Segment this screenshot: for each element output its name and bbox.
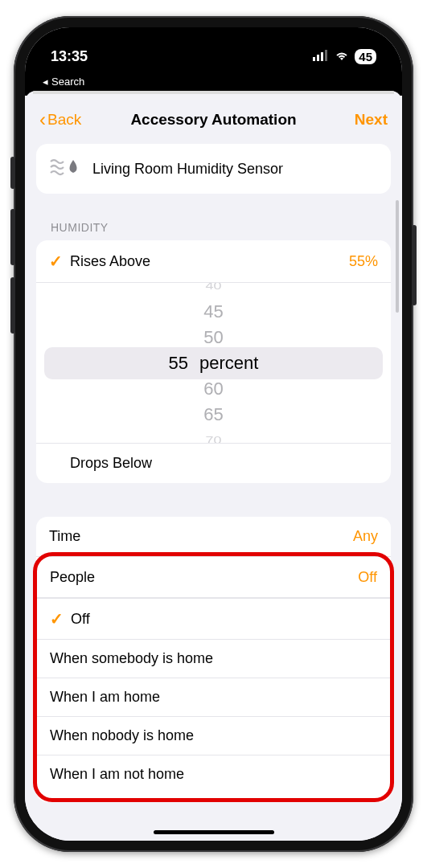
people-option-i-not-home[interactable]: When I am not home (37, 755, 390, 793)
battery-icon: 45 (355, 49, 376, 64)
time-row[interactable]: Time Any (36, 517, 391, 557)
picker-option: 70 (205, 431, 221, 444)
sensor-name: Living Room Humidity Sensor (92, 161, 283, 178)
picker-option: 45 (203, 299, 223, 325)
wifi-icon (334, 48, 350, 65)
people-option-label: When I am home (50, 689, 160, 706)
rises-above-label: Rises Above (70, 253, 349, 270)
checkmark-icon: ✓ (50, 609, 71, 628)
chevron-left-icon: ‹ (39, 108, 46, 131)
svg-rect-1 (317, 55, 319, 61)
picker-option: 60 (203, 376, 223, 402)
people-row[interactable]: People Off (37, 558, 390, 598)
back-label: Back (47, 111, 81, 129)
people-label: People (50, 569, 358, 586)
status-time: 13:35 (51, 48, 88, 65)
people-option-label: When nobody is home (50, 727, 194, 744)
humidity-icon (49, 155, 81, 182)
drops-below-row[interactable]: Drops Below (36, 444, 391, 483)
nav-bar: ‹ Back Accessory Automation Next (25, 91, 402, 144)
picker-unit: percent (199, 353, 258, 374)
people-value: Off (358, 569, 377, 586)
svg-rect-0 (313, 57, 315, 61)
people-option-i-am-home[interactable]: When I am home (37, 678, 390, 716)
back-button[interactable]: ‹ Back (39, 108, 81, 131)
humidity-header: HUMIDITY (36, 208, 391, 240)
picker-selection: 55 percent (44, 347, 383, 379)
dynamic-island (162, 42, 266, 71)
people-option-off[interactable]: ✓ Off (37, 598, 390, 639)
time-value: Any (353, 528, 378, 545)
home-indicator[interactable] (154, 830, 274, 834)
people-option-label: When I am not home (50, 766, 184, 783)
svg-rect-3 (325, 50, 327, 61)
checkmark-icon: ✓ (49, 252, 70, 271)
rises-above-row[interactable]: ✓ Rises Above 55% (36, 240, 391, 283)
people-option-label: When somebody is home (50, 650, 213, 667)
svg-rect-2 (321, 52, 323, 61)
drops-below-label: Drops Below (70, 455, 378, 472)
people-option-label: Off (71, 611, 90, 628)
scroll-indicator[interactable] (396, 200, 399, 313)
cellular-icon (313, 48, 329, 65)
picker-selected-value: 55 (169, 353, 188, 374)
people-option-nobody-home[interactable]: When nobody is home (37, 716, 390, 755)
rises-above-value: 55% (349, 253, 378, 270)
picker-option: 40 (205, 283, 221, 295)
humidity-picker[interactable]: 40 45 50 55 60 65 70 55 percent (36, 283, 391, 444)
next-button[interactable]: Next (355, 111, 388, 129)
sensor-row[interactable]: Living Room Humidity Sensor (36, 144, 391, 194)
breadcrumb-label: Search (51, 76, 84, 88)
people-option-somebody-home[interactable]: When somebody is home (37, 639, 390, 678)
people-highlight: People Off ✓ Off When somebody is home W… (33, 552, 394, 802)
page-title: Accessory Automation (25, 111, 402, 129)
breadcrumb-caret-icon: ◂ (43, 76, 48, 88)
time-label: Time (49, 528, 353, 545)
picker-option: 65 (203, 402, 223, 428)
